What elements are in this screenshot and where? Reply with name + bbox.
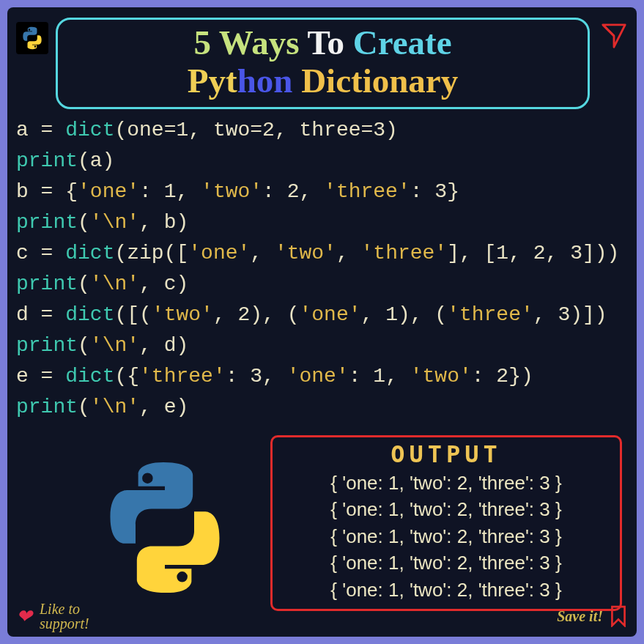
send-icon [600, 22, 628, 50]
footer: ❤ Like to support! Save it! [16, 602, 628, 631]
output-line: { 'one: 1, 'two': 2, 'three': 3 } [283, 496, 610, 522]
fn-print: print [16, 211, 78, 234]
title-word-4a: Pyt [188, 62, 237, 100]
output-line: { 'one: 1, 'two': 2, 'three': 3 } [283, 523, 610, 549]
fn-print: print [16, 273, 78, 295]
fn-print: print [16, 396, 78, 418]
title-word-5: Dictionary [301, 62, 458, 100]
fn-dict: dict [65, 365, 114, 388]
like-label-2: support! [40, 615, 89, 632]
var-c: c [16, 242, 29, 264]
var-b: b [16, 180, 29, 203]
title-box: 5 Ways To Create Python Dictionary [56, 18, 590, 109]
title: 5 Ways To Create Python Dictionary [73, 24, 573, 100]
heart-icon: ❤ [16, 605, 32, 628]
fn-dict: dict [65, 242, 114, 264]
header-row: 5 Ways To Create Python Dictionary [16, 18, 628, 109]
code-block: a = dict(one=1, two=2, three=3) print(a)… [16, 115, 628, 423]
output-line: { 'one: 1, 'two': 2, 'three': 3 } [283, 549, 610, 576]
var-e: e [16, 365, 29, 388]
output-line: { 'one: 1, 'two': 2, 'three': 3 } [283, 470, 610, 496]
python-logo-large [88, 454, 242, 601]
output-title: OUTPUT [283, 440, 610, 468]
output-line: { 'one: 1, 'two': 2, 'three': 3 } [283, 577, 610, 603]
fn-print: print [16, 334, 78, 357]
title-word-4b: hon [237, 62, 293, 100]
fn-dict: dict [65, 303, 114, 326]
fn-dict: dict [65, 119, 114, 141]
fn-print: print [16, 149, 78, 172]
save-label: Save it! [557, 608, 603, 625]
title-word-2: To [307, 23, 344, 62]
bookmark-icon [609, 605, 628, 627]
var-d: d [16, 303, 29, 326]
title-word-3: Create [353, 23, 452, 62]
python-logo-small [16, 22, 48, 54]
title-word-1: 5 Ways [193, 23, 299, 62]
like-label-1: Like to [40, 601, 80, 617]
save-section[interactable]: Save it! [557, 605, 628, 627]
output-box: OUTPUT { 'one: 1, 'two': 2, 'three': 3 }… [270, 435, 622, 611]
like-section[interactable]: ❤ Like to support! [16, 602, 89, 631]
var-a: a [16, 119, 29, 141]
card-frame: 5 Ways To Create Python Dictionary a = d… [7, 7, 637, 637]
